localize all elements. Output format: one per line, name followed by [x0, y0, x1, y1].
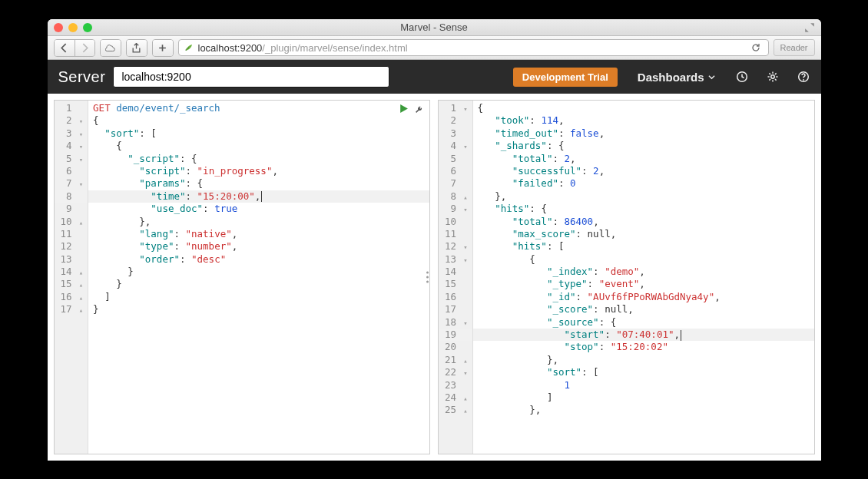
svg-point-1 — [770, 75, 774, 78]
dashboards-label: Dashboards — [638, 71, 704, 84]
app-header: Server Development Trial Dashboards — [48, 60, 821, 94]
server-input[interactable] — [113, 66, 389, 88]
pane-divider[interactable] — [424, 272, 430, 283]
browser-window: Marvel - Sense localhost:9200/_plugin/ma… — [48, 19, 821, 461]
response-viewer[interactable]: 1 ▾2 3 4 ▾5 6 7 8 ▴9 ▾10 11 12 ▾13 ▾14 1… — [438, 100, 815, 454]
history-icon[interactable] — [735, 70, 749, 84]
help-icon[interactable] — [797, 70, 810, 84]
server-field — [113, 66, 389, 88]
share-button[interactable] — [127, 40, 147, 56]
icloud-button[interactable] — [101, 40, 121, 56]
address-bar[interactable]: localhost:9200/_plugin/marvel/sense/inde… — [178, 39, 769, 56]
window-title: Marvel - Sense — [48, 21, 821, 33]
chevron-down-icon — [708, 74, 715, 81]
response-code: { "took": 114, "timed_out": false, "_sha… — [473, 101, 814, 454]
request-editor[interactable]: 1 2 ▾3 ▾4 ▾5 ▾6 7 ▾8 9 10 ▴11 12 13 14 ▴… — [54, 100, 431, 454]
gear-icon[interactable] — [766, 70, 780, 84]
reload-icon[interactable] — [748, 43, 764, 52]
svg-point-3 — [803, 79, 804, 81]
request-code[interactable]: GET demo/event/_search{ "sort": [ { "_sc… — [88, 101, 429, 454]
forward-button[interactable] — [75, 40, 94, 56]
run-icon[interactable] — [399, 104, 409, 116]
back-button[interactable] — [55, 40, 75, 56]
wrench-icon[interactable] — [415, 104, 425, 116]
request-gutter: 1 2 ▾3 ▾4 ▾5 ▾6 7 ▾8 9 10 ▴11 12 13 14 ▴… — [55, 101, 89, 454]
brand-label: Server — [58, 68, 106, 86]
browser-toolbar: localhost:9200/_plugin/marvel/sense/inde… — [48, 36, 821, 60]
add-button[interactable] — [153, 40, 173, 56]
dashboards-dropdown[interactable]: Dashboards — [634, 71, 718, 84]
titlebar: Marvel - Sense — [48, 19, 821, 36]
url-text: localhost:9200/_plugin/marvel/sense/inde… — [198, 42, 408, 54]
workspace: 1 2 ▾3 ▾4 ▾5 ▾6 7 ▾8 9 10 ▴11 12 13 14 ▴… — [48, 94, 821, 461]
favicon-icon — [184, 42, 194, 53]
development-trial-button[interactable]: Development Trial — [513, 68, 618, 87]
reader-button[interactable]: Reader — [774, 39, 815, 56]
response-gutter: 1 ▾2 3 4 ▾5 6 7 8 ▴9 ▾10 11 12 ▾13 ▾14 1… — [439, 101, 473, 454]
